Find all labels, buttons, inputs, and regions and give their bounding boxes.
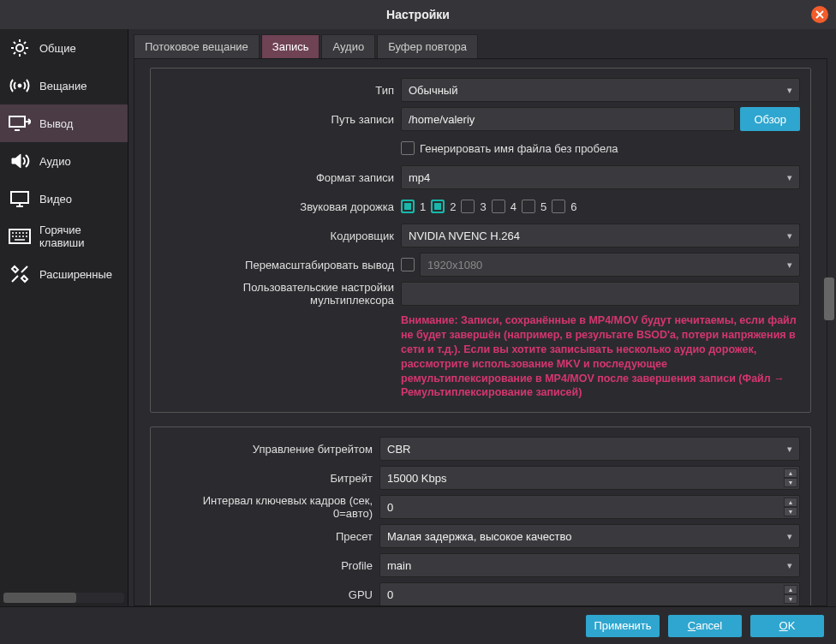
encoder-select[interactable]: NVIDIA NVENC H.264 — [401, 224, 800, 247]
svg-rect-2 — [9, 116, 25, 127]
encoder-group: Управление битрейтом CBR Битрейт 15000 K… — [150, 426, 811, 606]
main: Потоковое вещание Запись Аудио Буфер пов… — [128, 29, 836, 606]
ok-button[interactable]: OK — [750, 615, 824, 637]
sidebar-item-label: Вывод — [39, 117, 73, 130]
tab-recording[interactable]: Запись — [261, 34, 320, 58]
keyint-label: Интервал ключевых кадров (сек, 0=авто) — [161, 494, 379, 520]
tab-replay-buffer[interactable]: Буфер повтора — [377, 34, 478, 58]
track-3-checkbox[interactable] — [461, 200, 475, 213]
sidebar-item-label: Вещание — [39, 80, 87, 92]
sidebar-item-label: Горячие клавиши — [39, 224, 119, 249]
gen-filename-label: Генерировать имя файла без пробела — [420, 142, 618, 155]
rc-label: Управление битрейтом — [161, 443, 379, 456]
spin-down-icon[interactable]: ▼ — [784, 507, 797, 516]
track-6-checkbox[interactable] — [552, 200, 565, 213]
close-icon — [815, 10, 824, 19]
speaker-icon — [9, 150, 31, 172]
browse-button[interactable]: Обзор — [740, 107, 800, 131]
bitrate-spinbox[interactable]: 15000 Kbps▲▼ — [379, 466, 800, 490]
track-2-label: 2 — [450, 200, 456, 213]
track-5-label: 5 — [540, 200, 546, 213]
mp4-warning: Внимание: Записи, сохранённые в MP4/MOV … — [401, 313, 800, 400]
recording-path-input[interactable]: /home/valeriy — [401, 107, 735, 131]
audio-track-group: 1 2 3 4 5 6 — [401, 200, 800, 213]
encoder-label: Кодировщик — [161, 230, 401, 242]
cancel-button[interactable]: Cancel — [668, 615, 742, 637]
spin-down-icon[interactable]: ▼ — [784, 594, 797, 604]
settings-panel: Тип Обычный Путь записи /home/valeriy Об… — [134, 59, 827, 606]
tab-audio[interactable]: Аудио — [321, 34, 375, 58]
track-6-label: 6 — [570, 200, 576, 213]
svg-point-0 — [16, 45, 23, 51]
sidebar-item-output[interactable]: Вывод — [0, 104, 128, 142]
spin-down-icon[interactable]: ▼ — [784, 478, 797, 487]
sidebar-item-stream[interactable]: Вещание — [0, 67, 128, 104]
close-button[interactable] — [811, 6, 828, 23]
tools-icon — [9, 263, 31, 285]
settings-window: Настройки Общие Вещание Вывод Аудио — [0, 0, 836, 644]
spin-up-icon[interactable]: ▲ — [784, 585, 797, 594]
sidebar-item-label: Расширенные — [39, 268, 112, 281]
tab-streaming[interactable]: Потоковое вещание — [134, 34, 260, 58]
monitor-icon — [9, 188, 31, 210]
type-select[interactable]: Обычный — [401, 78, 800, 102]
sidebar-item-advanced[interactable]: Расширенные — [0, 255, 128, 293]
titlebar: Настройки — [0, 0, 836, 29]
sidebar: Общие Вещание Вывод Аудио Видео Горячие … — [0, 29, 128, 606]
track-1-label: 1 — [420, 200, 426, 213]
track-3-label: 3 — [480, 200, 486, 213]
scrollbar-thumb[interactable] — [3, 593, 76, 603]
keyint-spinbox[interactable]: 0▲▼ — [379, 495, 800, 519]
footer: Применить Cancel OK — [0, 606, 836, 644]
spin-up-icon[interactable]: ▲ — [784, 498, 797, 507]
track-5-checkbox[interactable] — [522, 200, 535, 213]
format-label: Формат записи — [161, 171, 401, 184]
track-2-checkbox[interactable] — [431, 200, 445, 213]
track-4-checkbox[interactable] — [492, 200, 505, 213]
preset-label: Пресет — [161, 530, 379, 543]
sidebar-item-label: Видео — [39, 193, 72, 206]
svg-rect-3 — [11, 192, 28, 203]
track-label: Звуковая дорожка — [161, 200, 401, 213]
scrollbar-thumb[interactable] — [824, 277, 834, 320]
spin-up-icon[interactable]: ▲ — [784, 468, 797, 478]
path-label: Путь записи — [161, 113, 401, 126]
rescale-checkbox[interactable] — [401, 258, 415, 271]
rescale-select[interactable]: 1920x1080 — [420, 253, 800, 277]
track-1-checkbox[interactable] — [401, 200, 415, 213]
sidebar-item-general[interactable]: Общие — [0, 29, 128, 67]
sidebar-item-label: Аудио — [39, 155, 71, 168]
rate-control-select[interactable]: CBR — [379, 437, 800, 461]
mux-input[interactable] — [401, 282, 800, 306]
sidebar-item-label: Общие — [39, 42, 76, 55]
gpu-label: GPU — [161, 588, 379, 601]
bitrate-label: Битрейт — [161, 472, 379, 485]
mux-label: Пользовательские настройки мультиплексор… — [161, 281, 401, 307]
keyboard-icon — [9, 225, 31, 247]
type-label: Тип — [161, 84, 401, 97]
rescale-label: Перемасштабировать вывод — [161, 259, 401, 271]
apply-button[interactable]: Применить — [586, 615, 660, 637]
window-title: Настройки — [386, 8, 450, 21]
gear-icon — [9, 37, 31, 59]
format-select[interactable]: mp4 — [401, 165, 800, 189]
sidebar-item-audio[interactable]: Аудио — [0, 142, 128, 180]
sidebar-item-hotkeys[interactable]: Горячие клавиши — [0, 218, 128, 255]
recording-group: Тип Обычный Путь записи /home/valeriy Об… — [150, 68, 811, 413]
svg-point-1 — [18, 84, 21, 87]
tabbar: Потоковое вещание Запись Аудио Буфер пов… — [134, 34, 827, 59]
preset-select[interactable]: Малая задержка, высокое качество — [379, 524, 800, 548]
sidebar-scrollbar[interactable] — [3, 593, 124, 603]
profile-select[interactable]: main — [379, 553, 800, 577]
sidebar-item-video[interactable]: Видео — [0, 180, 128, 218]
broadcast-icon — [9, 75, 31, 97]
panel-scrollbar[interactable] — [824, 63, 834, 599]
body: Общие Вещание Вывод Аудио Видео Горячие … — [0, 29, 836, 606]
track-4-label: 4 — [511, 200, 517, 213]
output-icon — [9, 112, 31, 134]
profile-label: Profile — [161, 559, 379, 572]
gen-filename-checkbox[interactable] — [401, 141, 415, 155]
gpu-spinbox[interactable]: 0▲▼ — [379, 582, 800, 606]
